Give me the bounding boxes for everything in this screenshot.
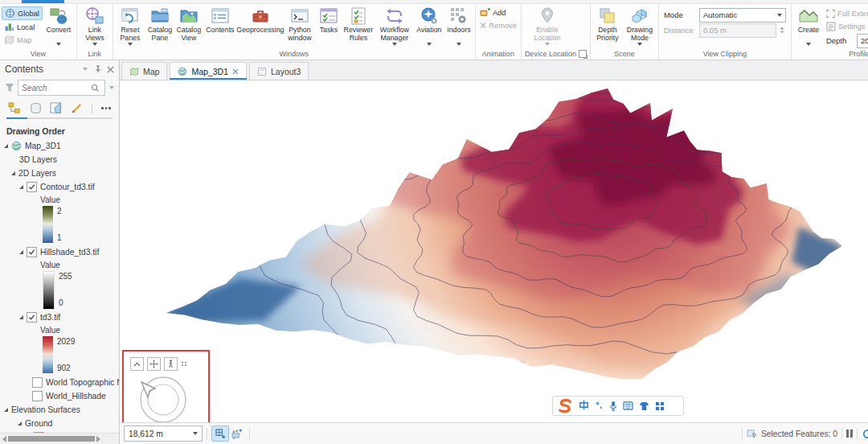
aviation-button[interactable]: Aviation [414, 5, 444, 46]
profile-settings-button[interactable]: Settings [824, 20, 868, 32]
local-button[interactable]: Local [2, 21, 43, 33]
tab-layout3[interactable]: Layout3 [249, 62, 309, 80]
drawing-order-header: Drawing Order [0, 119, 119, 139]
panel-menu-caret[interactable] [83, 68, 88, 71]
checkbox-checked[interactable] [27, 182, 37, 192]
skin-shirt-icon[interactable] [639, 401, 649, 411]
group-2d-layers[interactable]: 2D Layers [0, 166, 119, 180]
pin-icon[interactable] [93, 65, 101, 73]
sogou-logo-icon[interactable] [558, 398, 573, 413]
close-icon[interactable] [107, 66, 114, 73]
layer-world-topographic[interactable]: World Topographic Map [0, 376, 119, 389]
tab-map[interactable]: Map [121, 62, 167, 80]
workflow-manager-button[interactable]: Workflow Manager [375, 5, 414, 46]
more-options-icon[interactable] [101, 107, 111, 109]
dialog-launcher-icon[interactable] [579, 50, 587, 58]
python-window-button[interactable]: Python window [284, 5, 316, 42]
geoprocessing-button[interactable]: Geoprocessing [237, 5, 284, 42]
depth-priority-icon [598, 6, 617, 26]
scrollbar-thumb[interactable] [8, 436, 95, 442]
tab-drawing-order-icon[interactable] [8, 102, 22, 114]
microphone-icon[interactable] [609, 401, 617, 411]
distance-spinner[interactable] [780, 27, 784, 34]
contour-color-ramp [43, 206, 53, 243]
map-button[interactable]: Map [2, 34, 43, 46]
animation-remove-button[interactable]: Remove [477, 19, 519, 31]
expander-icon[interactable] [19, 315, 23, 319]
tasks-icon [319, 6, 338, 26]
indoors-button[interactable]: Indoors [444, 5, 473, 46]
scene-viewport[interactable] [120, 80, 868, 423]
tab-selection-icon[interactable] [50, 102, 63, 114]
snapping-toggle[interactable] [211, 426, 229, 442]
layer-contour[interactable]: Contour_td3.tif [0, 180, 119, 194]
group-3d-layers[interactable]: 3D Layers [0, 153, 119, 166]
expander-icon[interactable] [4, 408, 8, 412]
expander-icon[interactable] [11, 171, 15, 175]
depth-field[interactable]: 20 m [857, 34, 868, 48]
checkbox-checked[interactable] [27, 312, 37, 323]
group-ground[interactable]: Ground [0, 417, 119, 430]
contents-button[interactable]: Contents [203, 5, 237, 42]
punctuation-icon[interactable] [595, 401, 604, 410]
scroll-right-icon[interactable] [96, 436, 100, 442]
scale-select[interactable]: 18,612 m [124, 426, 203, 442]
toolbox-grid-icon[interactable] [655, 401, 665, 411]
reset-panes-button[interactable]: Reset Panes [115, 5, 145, 46]
filter-icon[interactable] [5, 83, 14, 92]
tab-data-source-icon[interactable] [29, 102, 43, 114]
drawing-mode-button[interactable]: Drawing Mode [623, 5, 657, 46]
expander-icon[interactable] [19, 250, 23, 254]
chinese-mode-icon[interactable] [579, 400, 589, 413]
full-extent-button[interactable]: Full Extent [824, 7, 868, 19]
scroll-left-icon[interactable] [2, 436, 6, 442]
keyboard-icon[interactable] [623, 401, 633, 410]
expander-icon[interactable] [18, 421, 22, 426]
catalog-pane-button[interactable]: Catalog Pane [145, 5, 174, 42]
group-elevation-surfaces[interactable]: Elevation Surfaces [0, 403, 119, 417]
group-label-windows: Windows [115, 49, 473, 60]
depth-priority-button[interactable]: Depth Priority [592, 5, 623, 42]
expander-icon[interactable] [4, 144, 8, 148]
view-tab-strip: Map Map_3D1 Layout3 [120, 60, 868, 80]
ribbon-group-windows: Reset Panes Catalog Pane Catalog View Co… [113, 4, 476, 60]
tab-editing-icon[interactable] [71, 102, 84, 114]
checkbox-unchecked[interactable] [32, 377, 43, 388]
layer-td3[interactable]: td3.tif [0, 310, 119, 324]
navigator-compass[interactable] [132, 374, 194, 423]
global-button[interactable]: Global [2, 6, 43, 20]
ime-toolbar[interactable] [552, 396, 684, 416]
pause-drawing-button[interactable] [846, 430, 853, 438]
layer-map3d1[interactable]: Map_3D1 [0, 139, 119, 153]
navigator-collapse-button[interactable] [130, 357, 144, 371]
checkbox-checked[interactable] [27, 247, 37, 257]
navigator-walk-button[interactable] [164, 357, 178, 371]
clipping-mode-select[interactable]: Automatic [699, 8, 786, 23]
expander-icon[interactable] [19, 185, 23, 189]
search-options-caret[interactable] [109, 86, 114, 89]
tab-map3d1[interactable]: Map_3D1 [170, 62, 247, 80]
link-views-button[interactable]: Link Views [79, 5, 111, 46]
layer-world-hillshade[interactable]: World_Hillshade [0, 389, 119, 403]
animation-add-button[interactable]: Add [477, 6, 519, 18]
dots-grid-icon[interactable] [181, 361, 187, 368]
convert-button[interactable]: Convert [43, 5, 75, 46]
checkbox-unchecked[interactable] [32, 391, 43, 401]
navigator-pan-button[interactable] [147, 357, 161, 371]
constraints-toggle[interactable] [229, 426, 245, 441]
search-icon[interactable] [91, 84, 100, 92]
group-label-scene: Scene [592, 49, 657, 60]
walk-person-icon [167, 360, 174, 368]
clipping-distance-field[interactable]: 0.05 m [699, 23, 776, 38]
create-profile-button[interactable]: Create [793, 5, 824, 46]
close-tab-icon[interactable] [232, 68, 239, 75]
reviewer-rules-button[interactable]: Reviewer Rules [342, 5, 375, 42]
layer-hillshade[interactable]: Hillshade_td3.tif [0, 245, 119, 259]
local-scene-icon [4, 22, 14, 32]
enable-location-button[interactable]: Enable Location [523, 5, 571, 46]
refresh-icon[interactable] [862, 428, 868, 440]
tasks-button[interactable]: Tasks [316, 5, 342, 42]
dropdown-caret [806, 43, 811, 46]
contents-horizontal-scrollbar[interactable] [0, 433, 119, 444]
catalog-view-button[interactable]: Catalog View [174, 5, 203, 42]
